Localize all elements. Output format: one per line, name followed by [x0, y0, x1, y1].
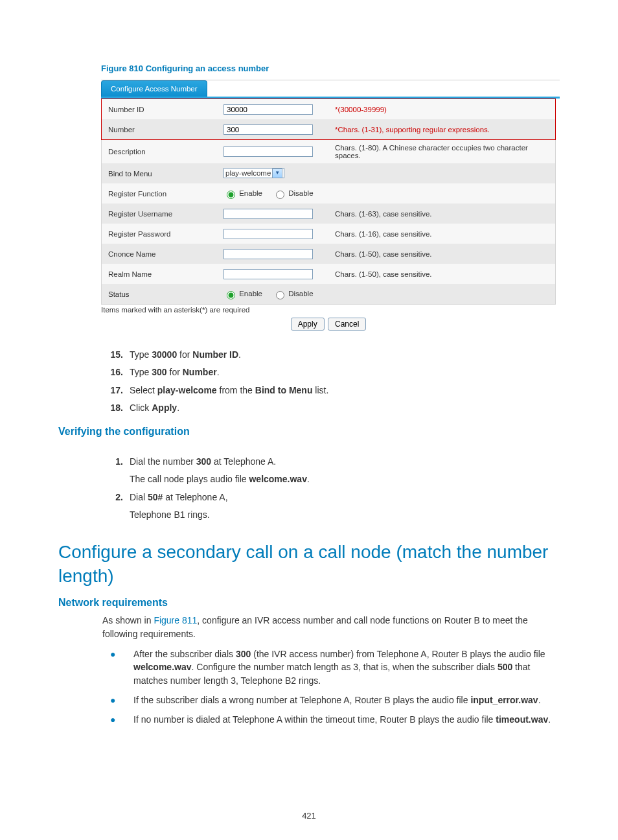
label-description: Description	[102, 140, 218, 164]
register-function-disable[interactable]: Disable	[273, 189, 314, 197]
step-16: 16.Type 300 for Number.	[102, 364, 560, 381]
bullet-3: ● If no number is dialed at Telephone A …	[102, 713, 560, 726]
intro-paragraph: As shown in Figure 811, configure an IVR…	[102, 614, 560, 641]
register-password-input[interactable]	[223, 229, 313, 239]
step-15: 15.Type 30000 for Number ID.	[102, 346, 560, 364]
label-bind-to-menu: Bind to Menu	[102, 163, 218, 183]
bind-to-menu-select[interactable]: play-welcome▼	[223, 168, 284, 178]
figure-caption: Figure 810 Configuring an access number	[101, 64, 560, 73]
label-register-username: Register Username	[102, 204, 218, 224]
bullet-2: ● If the subscriber dials a wrong number…	[102, 694, 560, 706]
description-input[interactable]	[223, 146, 313, 157]
required-note: Items marked with an asterisk(*) are req…	[101, 306, 560, 314]
register-username-input[interactable]	[223, 209, 313, 219]
hint-description: Chars. (1-80). A Chinese character occup…	[335, 144, 528, 159]
hint-cnonce-name: Chars. (1-50), case sensitive.	[335, 250, 432, 258]
hint-register-password: Chars. (1-16), case sensitive.	[335, 230, 432, 238]
requirements-list: ● After the subscriber dials 300 (the IV…	[102, 648, 560, 726]
label-realm-name: Realm Name	[102, 264, 218, 284]
hint-realm-name: Chars. (1-50), case sensitive.	[335, 270, 432, 278]
hint-number: *Chars. (1-31), supporting regular expre…	[335, 126, 490, 134]
step-list-2: 1.Dial the number 300 at Telephone A. Th…	[102, 453, 560, 524]
verify-step-2-sub: Telephone B1 rings.	[102, 506, 560, 524]
step-17: 17.Select play-welcome from the Bind to …	[102, 382, 560, 399]
label-number: Number	[102, 119, 218, 140]
hint-number-id: *(30000-39999)	[335, 106, 387, 113]
step-18: 18.Click Apply.	[102, 399, 560, 417]
screenshot-configure-access-number: Configure Access Number Number ID *(3000…	[101, 80, 560, 305]
heading-verifying: Verifying the configuration	[58, 426, 560, 438]
hint-register-username: Chars. (1-63), case sensitive.	[335, 210, 432, 218]
link-figure-811[interactable]: Figure 811	[154, 615, 197, 625]
heading-configure-secondary-call: Configure a secondary call on a call nod…	[58, 541, 560, 588]
label-number-id: Number ID	[102, 99, 218, 120]
realm-name-input[interactable]	[223, 269, 313, 279]
status-enable[interactable]: Enable	[223, 290, 262, 298]
apply-button[interactable]: Apply	[291, 318, 325, 331]
label-cnonce-name: Cnonce Name	[102, 244, 218, 264]
label-register-password: Register Password	[102, 224, 218, 244]
cancel-button[interactable]: Cancel	[328, 318, 366, 331]
number-input[interactable]	[223, 124, 313, 135]
verify-step-2: 2.Dial 50# at Telephone A,	[102, 489, 560, 506]
verify-step-1: 1.Dial the number 300 at Telephone A.	[102, 453, 560, 471]
status-disable[interactable]: Disable	[273, 290, 314, 298]
form-table: Number ID *(30000-39999) Number *Chars. …	[101, 99, 556, 305]
bullet-icon: ●	[102, 648, 133, 687]
step-list-1: 15.Type 30000 for Number ID. 16.Type 300…	[102, 346, 560, 417]
heading-network-requirements: Network requirements	[58, 597, 560, 609]
page-number: 421	[0, 811, 618, 821]
bullet-1: ● After the subscriber dials 300 (the IV…	[102, 648, 560, 687]
verify-step-1-sub: The call node plays audio file welcome.w…	[102, 471, 560, 488]
bullet-icon: ●	[102, 694, 133, 706]
chevron-down-icon: ▼	[272, 169, 282, 178]
bullet-icon: ●	[102, 713, 133, 726]
label-register-function: Register Function	[102, 183, 218, 204]
tab-configure-access-number[interactable]: Configure Access Number	[101, 80, 207, 97]
label-status: Status	[102, 284, 218, 305]
number-id-input[interactable]	[223, 104, 313, 115]
register-function-enable[interactable]: Enable	[223, 189, 262, 197]
cnonce-name-input[interactable]	[223, 249, 313, 259]
